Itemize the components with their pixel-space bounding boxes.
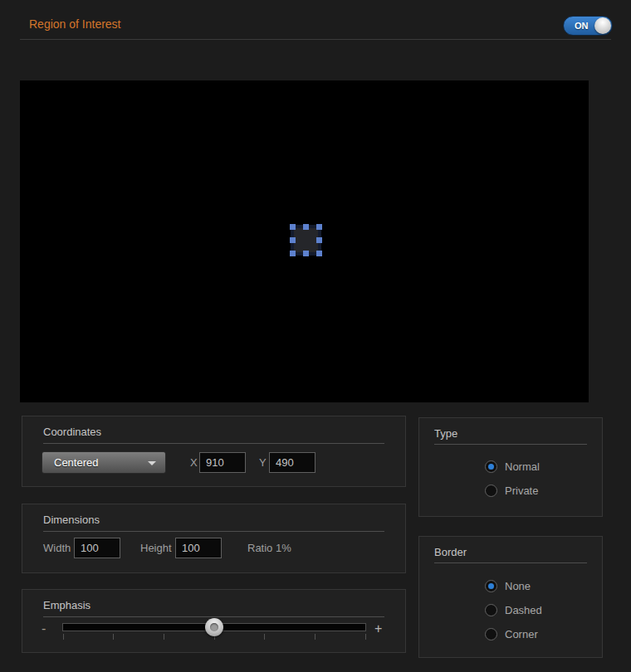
border-option-dashed[interactable]: Dashed (485, 603, 542, 617)
radio-dot (488, 464, 494, 470)
emphasis-title: Emphasis (43, 599, 90, 611)
type-option-normal[interactable]: Normal (485, 460, 540, 474)
border-option-corner[interactable]: Corner (485, 627, 538, 641)
page-title: Region of Interest (29, 17, 121, 31)
type-rule (434, 444, 587, 445)
toggle-on-label: ON (575, 21, 589, 31)
slider-tick (264, 634, 265, 640)
height-input[interactable] (175, 538, 222, 558)
toggle-knob[interactable] (594, 17, 611, 34)
dimensions-title: Dimensions (43, 514, 100, 526)
dimensions-rule (43, 531, 384, 532)
y-label: Y (259, 456, 267, 469)
border-rule (434, 562, 587, 563)
height-label: Height (140, 542, 172, 554)
emphasis-decrease-button[interactable]: - (42, 621, 46, 636)
border-panel: Border None Dashed Corner (418, 536, 603, 658)
border-option-none[interactable]: None (485, 579, 531, 593)
type-option-private[interactable]: Private (485, 484, 538, 498)
roi-handle-w[interactable] (290, 237, 296, 243)
roi-handle-ne[interactable] (316, 224, 322, 230)
position-mode-value: Centered (54, 456, 98, 469)
x-label: X (190, 456, 198, 469)
roi-selection-box[interactable] (291, 225, 321, 256)
radio-icon[interactable] (485, 604, 497, 616)
slider-tick (63, 634, 64, 640)
coordinates-title: Coordinates (43, 426, 101, 438)
radio-label: Normal (505, 460, 540, 473)
slider-tick (113, 634, 114, 640)
radio-icon[interactable] (485, 485, 497, 497)
video-preview[interactable] (20, 80, 589, 402)
ratio-label: Ratio 1% (247, 542, 291, 554)
slider-tick (365, 634, 366, 640)
coordinates-rule (43, 443, 384, 444)
position-mode-dropdown[interactable]: Centered (42, 451, 166, 474)
emphasis-slider-track[interactable] (62, 623, 366, 631)
radio-label: Corner (505, 628, 538, 640)
type-title: Type (434, 427, 457, 440)
emphasis-panel: Emphasis - + (22, 589, 406, 653)
emphasis-slider-knob[interactable] (205, 618, 223, 636)
roi-handle-se[interactable] (316, 251, 322, 256)
radio-dot (488, 583, 494, 589)
y-input[interactable] (269, 452, 316, 473)
slider-tick (315, 634, 316, 640)
header-divider (20, 39, 611, 40)
type-panel: Type Normal Private (418, 417, 603, 517)
region-of-interest-page: Region of Interest ON Coordinates Center… (0, 0, 631, 672)
caret-down-icon (148, 461, 156, 465)
roi-handle-n[interactable] (303, 224, 309, 230)
emphasis-increase-button[interactable]: + (374, 621, 382, 636)
radio-icon[interactable] (485, 580, 497, 592)
roi-handle-e[interactable] (316, 237, 322, 243)
width-input[interactable] (74, 538, 120, 558)
roi-handle-sw[interactable] (290, 251, 296, 256)
width-label: Width (43, 542, 71, 554)
radio-label: None (505, 580, 531, 592)
roi-enable-toggle[interactable]: ON (563, 16, 613, 36)
slider-tick (164, 634, 164, 640)
coordinates-panel: Coordinates Centered X Y (22, 416, 406, 487)
border-title: Border (434, 546, 467, 558)
dimensions-panel: Dimensions Width Height Ratio 1% (22, 504, 406, 573)
roi-handle-s[interactable] (303, 251, 309, 256)
radio-label: Dashed (505, 604, 542, 616)
emphasis-rule (43, 616, 384, 617)
radio-label: Private (505, 485, 538, 497)
radio-icon[interactable] (485, 460, 497, 473)
x-input[interactable] (199, 452, 246, 473)
radio-icon[interactable] (485, 628, 497, 640)
roi-handle-nw[interactable] (290, 224, 296, 230)
